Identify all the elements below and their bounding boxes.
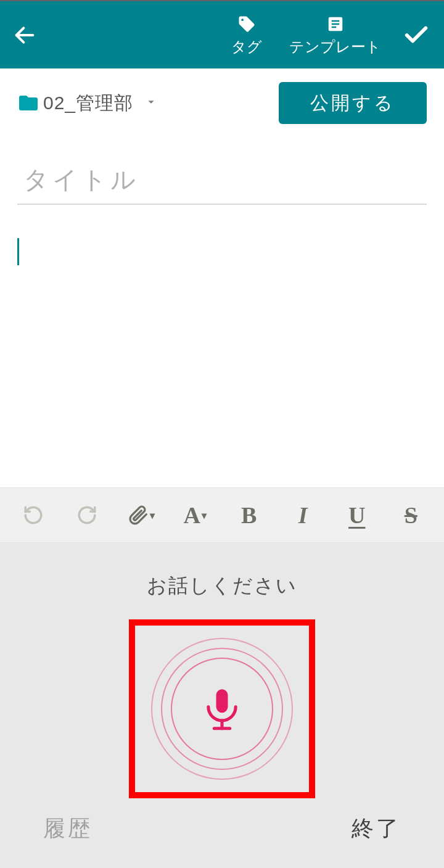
template-icon [326,15,345,33]
title-section [0,131,444,205]
tag-button[interactable]: タグ [218,14,276,57]
format-toolbar: ▾ A▾ B I U S [0,487,444,543]
paperclip-icon [128,505,149,526]
folder-icon [17,92,39,114]
italic-button[interactable]: I [279,497,328,534]
voice-footer: 履歴 終了 [0,800,444,868]
template-label: テンプレート [289,37,381,57]
undo-icon [23,505,44,526]
subheader: 02_管理部 公開する [0,68,444,131]
highlight-box [129,619,315,798]
end-button[interactable]: 終了 [352,814,401,844]
mic-ring [171,658,273,760]
chevron-down-icon: ▾ [202,510,207,521]
back-button[interactable] [11,22,38,49]
font-a-icon: A [184,502,200,529]
tag-label: タグ [231,37,262,57]
attachment-button[interactable]: ▾ [117,497,166,534]
tag-icon [237,15,256,33]
voice-input-panel: お話しください 履歴 終了 [0,543,444,868]
underline-button[interactable]: U [332,497,382,534]
underline-icon: U [348,502,365,529]
title-input[interactable] [17,161,427,205]
folder-name: 02_管理部 [43,91,133,116]
italic-icon: I [298,502,308,529]
confirm-button[interactable] [400,19,433,52]
redo-icon [76,505,97,526]
strikethrough-button[interactable]: S [387,497,436,534]
history-button[interactable]: 履歴 [43,814,92,844]
bold-button[interactable]: B [224,497,274,534]
microphone-button[interactable] [151,638,293,780]
text-cursor [17,238,19,265]
folder-selector[interactable]: 02_管理部 [17,91,279,116]
voice-prompt-text: お話しください [147,572,297,600]
chevron-down-icon: ▾ [150,510,155,521]
template-button[interactable]: テンプレート [276,14,395,57]
check-icon [402,21,430,49]
redo-button[interactable] [63,497,112,534]
arrow-left-icon [12,23,37,48]
undo-button[interactable] [9,497,58,534]
strikethrough-icon: S [405,502,417,529]
app-header: タグ テンプレート [0,0,444,68]
bold-icon: B [241,502,257,529]
publish-button[interactable]: 公開する [279,82,427,124]
chevron-down-icon [144,95,158,109]
body-section[interactable] [0,205,444,464]
font-button[interactable]: A▾ [171,497,220,534]
